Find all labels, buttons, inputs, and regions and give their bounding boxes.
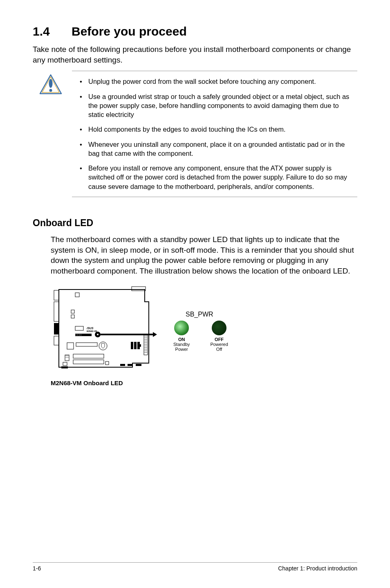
svg-point-21: [97, 334, 99, 335]
svg-rect-4: [132, 287, 146, 291]
motherboard-diagram: /SUS M2N68-VM: [51, 285, 157, 377]
svg-rect-22: [67, 343, 74, 349]
caution-item: •Hold components by the edges to avoid t…: [74, 125, 356, 134]
svg-rect-29: [105, 361, 109, 365]
led-off-icon: [212, 321, 226, 335]
caution-item: •Unplug the power cord from the wall soc…: [74, 77, 356, 86]
svg-rect-47: [120, 364, 125, 366]
svg-text:M2N68-VM: M2N68-VM: [87, 330, 97, 332]
svg-rect-10: [71, 310, 74, 313]
svg-rect-11: [71, 315, 74, 318]
svg-rect-9: [75, 293, 79, 297]
svg-rect-7: [54, 323, 59, 334]
diagram-area: /SUS M2N68-VM: [51, 285, 357, 377]
section-title: Before you proceed: [72, 25, 187, 38]
svg-rect-48: [128, 364, 132, 366]
svg-text:/SUS: /SUS: [86, 327, 94, 330]
onboard-led-heading: Onboard LED: [33, 218, 357, 229]
diagram-caption: M2N68-VM Onboard LED: [51, 379, 357, 386]
svg-rect-5: [54, 290, 59, 300]
svg-rect-33: [137, 342, 140, 349]
svg-rect-35: [144, 334, 148, 355]
svg-rect-31: [131, 342, 133, 349]
svg-rect-49: [136, 364, 141, 366]
svg-rect-34: [140, 344, 141, 347]
led-legend: SB_PWR ON Standby Power OFF Powered Off: [173, 311, 228, 352]
svg-point-24: [99, 342, 107, 350]
section-number: 1.4: [33, 25, 72, 38]
sb-pwr-label: SB_PWR: [186, 311, 213, 318]
svg-rect-32: [134, 342, 137, 349]
svg-rect-6: [54, 302, 59, 321]
led-on-icon: [174, 321, 189, 335]
caution-item: •Use a grounded wrist strap or touch a s…: [74, 92, 356, 119]
svg-rect-28: [73, 360, 104, 364]
onboard-led-paragraph: The motherboard comes with a standby pow…: [51, 234, 357, 276]
svg-marker-51: [153, 332, 157, 337]
svg-rect-26: [63, 362, 67, 366]
svg-point-2: [49, 79, 53, 88]
led-off: OFF Powered Off: [210, 321, 228, 352]
svg-rect-27: [73, 354, 104, 358]
caution-list: •Unplug the power cord from the wall soc…: [72, 71, 357, 197]
svg-point-3: [49, 89, 52, 92]
svg-rect-12: [75, 326, 83, 330]
caution-item: •Before you install or remove any compon…: [74, 164, 356, 191]
warning-icon: [39, 74, 72, 96]
svg-rect-8: [54, 336, 59, 345]
section-heading: 1.4 Before you proceed: [33, 25, 357, 38]
svg-rect-30: [61, 366, 68, 368]
intro-paragraph: Take note of the following precautions b…: [33, 44, 357, 65]
led-on: ON Standby Power: [173, 321, 190, 352]
page-footer: 1-6 Chapter 1: Product introduction: [33, 562, 357, 572]
page-number: 1-6: [33, 565, 41, 572]
caution-item: •Whenever you uninstall any component, p…: [74, 140, 356, 158]
chapter-label: Chapter 1: Product introduction: [278, 565, 357, 572]
svg-rect-23: [76, 343, 97, 346]
caution-block: •Unplug the power cord from the wall soc…: [39, 71, 357, 197]
